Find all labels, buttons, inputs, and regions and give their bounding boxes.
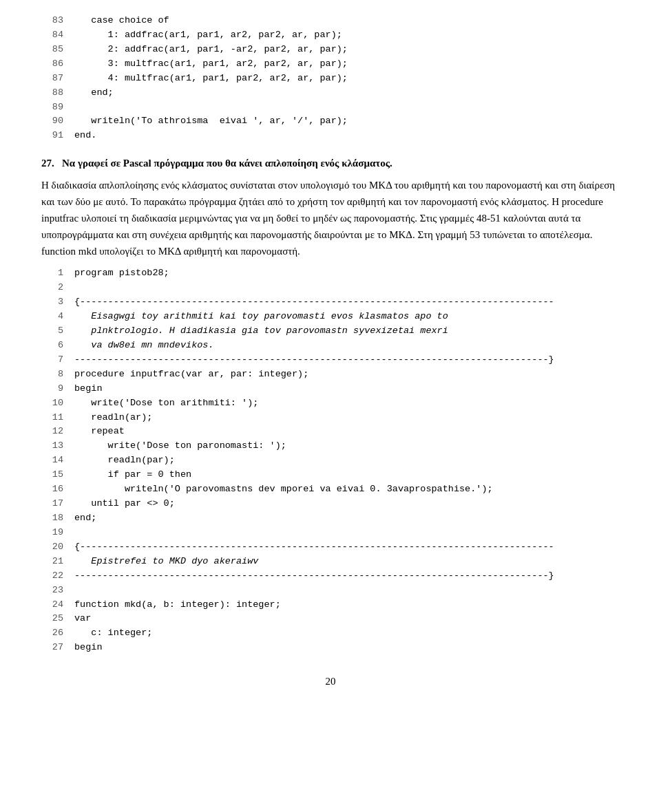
code-line: 10 write('Dose ton arithmiti: '); bbox=[41, 396, 620, 411]
code-line: 85 2: addfrac(ar1, par1, -ar2, par2, ar,… bbox=[41, 43, 620, 57]
code-line: 11 readln(ar); bbox=[41, 411, 620, 425]
code-line: 24function mkd(a, b: integer): integer; bbox=[41, 598, 620, 612]
top-code-block: 83 case choice of84 1: addfrac(ar1, par1… bbox=[41, 14, 620, 143]
code-line: 18end; bbox=[41, 511, 620, 526]
code-line: 91end. bbox=[41, 129, 620, 143]
code-line: 13 write('Dose ton paronomasti: '); bbox=[41, 439, 620, 453]
code-line: 7---------------------------------------… bbox=[41, 353, 620, 367]
code-line: 26 c: integer; bbox=[41, 626, 620, 641]
problem-section: 27. Να γραφεί σε Pascal πρόγραμμα που θα… bbox=[41, 155, 620, 259]
code-line: 88 end; bbox=[41, 86, 620, 100]
code-line: 21 Epistrefei to MKD dyo akeraiwv bbox=[41, 555, 620, 569]
code-line: 17 until par <> 0; bbox=[41, 497, 620, 511]
code-line: 87 4: multfrac(ar1, par1, par2, ar2, ar,… bbox=[41, 72, 620, 86]
code-line: 8procedure inputfrac(var ar, par: intege… bbox=[41, 367, 620, 382]
code-line: 9begin bbox=[41, 382, 620, 396]
code-line: 19 bbox=[41, 526, 620, 540]
code-line: 4 Eisagwgi toy arithmiti kai toy parovom… bbox=[41, 310, 620, 324]
code-line: 5 plnktrologio. H diadikasia gia tov par… bbox=[41, 324, 620, 339]
code-line: 16 writeln('O parovomastns dev mporei va… bbox=[41, 482, 620, 497]
code-line: 86 3: multfrac(ar1, par1, ar2, par2, ar,… bbox=[41, 57, 620, 72]
page-number: 20 bbox=[41, 676, 620, 687]
code-line: 15 if par = 0 then bbox=[41, 468, 620, 482]
code-line: 23 bbox=[41, 584, 620, 598]
problem-description: Η διαδικασία απλοπλοίησης ενός κλάσματος… bbox=[41, 177, 620, 259]
main-code-block: 1program pistob28;23{-------------------… bbox=[41, 266, 620, 655]
code-line: 1program pistob28; bbox=[41, 266, 620, 281]
code-line: 14 readln(par); bbox=[41, 453, 620, 468]
code-line: 84 1: addfrac(ar1, par1, ar2, par2, ar, … bbox=[41, 28, 620, 43]
problem-title: Να γραφεί σε Pascal πρόγραμμα που θα κάν… bbox=[62, 158, 392, 169]
code-line: 22--------------------------------------… bbox=[41, 569, 620, 584]
code-line: 2 bbox=[41, 281, 620, 295]
code-line: 89 bbox=[41, 100, 620, 115]
problem-number: 27. bbox=[41, 158, 54, 169]
code-line: 90 writeln('To athroisma eivai ', ar, '/… bbox=[41, 114, 620, 129]
code-line: 12 repeat bbox=[41, 425, 620, 439]
code-line: 20{-------------------------------------… bbox=[41, 540, 620, 555]
code-line: 25var bbox=[41, 612, 620, 626]
code-line: 27begin bbox=[41, 641, 620, 655]
code-line: 6 va dw8ei mn mndevikos. bbox=[41, 339, 620, 353]
code-line: 83 case choice of bbox=[41, 14, 620, 28]
code-line: 3{--------------------------------------… bbox=[41, 295, 620, 310]
